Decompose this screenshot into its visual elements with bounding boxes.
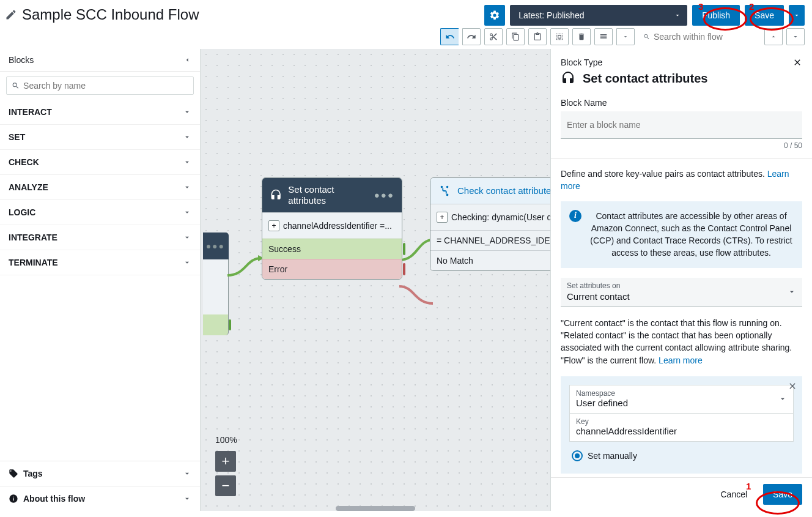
category-set[interactable]: SET	[0, 125, 200, 150]
outcome-error[interactable]: Error	[262, 259, 402, 279]
set-attributes-on-select[interactable]: Set attributes on Current contact	[561, 278, 802, 307]
check-contact-attributes-node[interactable]: Check contact attributes +Checking: dyna…	[430, 177, 550, 271]
zoom-out-button[interactable]: −	[215, 475, 236, 496]
canvas[interactable]: ●●● Set contact attributes ●●● +channelA…	[201, 49, 550, 511]
search-next-button[interactable]	[786, 28, 805, 45]
info-icon: i	[569, 210, 581, 222]
panel-save-button[interactable]: Save	[763, 484, 802, 505]
cut-button[interactable]	[484, 28, 503, 45]
headset-icon	[270, 188, 282, 202]
block-type-label: Block Type	[561, 58, 602, 67]
expand-icon[interactable]: +	[437, 212, 448, 223]
block-name-input[interactable]	[561, 111, 802, 139]
category-terminate[interactable]: TERMINATE	[0, 250, 200, 275]
page-title: Sample SCC Inbound Flow	[22, 5, 199, 24]
zoom-in-button[interactable]: +	[215, 451, 236, 472]
canvas-scrollbar[interactable]	[336, 506, 415, 511]
delete-button[interactable]	[572, 28, 591, 45]
category-interact[interactable]: INTERACT	[0, 100, 200, 125]
version-value: Latest: Published	[519, 10, 584, 20]
version-dropdown[interactable]: Latest: Published	[510, 5, 687, 26]
node-more-icon[interactable]: ●●●	[374, 190, 394, 201]
attribute-card: Namespace User defined Key channelAddres…	[561, 376, 802, 474]
key-input[interactable]: Key channelAddressIdentifier	[570, 414, 793, 441]
copy-button[interactable]	[506, 28, 525, 45]
edit-icon[interactable]	[5, 9, 17, 21]
info-icon	[9, 494, 18, 504]
category-integrate[interactable]: INTEGRATE	[0, 225, 200, 250]
tag-icon	[9, 469, 18, 478]
char-counter: 0 / 50	[561, 141, 802, 150]
info-alert: i Contact attributes are accessible by o…	[561, 201, 802, 268]
annotations-button[interactable]	[594, 28, 613, 45]
settings-button[interactable]	[484, 5, 505, 26]
category-logic[interactable]: LOGIC	[0, 200, 200, 225]
category-check[interactable]: CHECK	[0, 150, 200, 175]
cancel-button[interactable]: Cancel	[711, 484, 757, 505]
sidebar-header: Blocks	[0, 49, 200, 72]
tags-section[interactable]: Tags	[0, 461, 200, 486]
outcome-nomatch[interactable]: No Match	[430, 250, 550, 270]
namespace-select[interactable]: Namespace User defined	[570, 385, 793, 414]
zoom-level: 100%	[215, 435, 237, 445]
more-icon[interactable]: ●●●	[206, 241, 225, 251]
panel-description: Define and store key-value pairs as cont…	[561, 168, 802, 193]
select-all-button[interactable]	[550, 28, 569, 45]
sidebar-search[interactable]	[6, 76, 194, 95]
about-flow-section[interactable]: About this flow	[0, 486, 200, 511]
set-contact-attributes-node[interactable]: Set contact attributes ●●● +channelAddre…	[262, 177, 402, 280]
partial-upstream-node[interactable]: ●●●	[203, 232, 229, 343]
redo-button[interactable]	[462, 28, 481, 45]
search-flow-input[interactable]	[654, 32, 761, 42]
sidebar-search-input[interactable]	[23, 81, 188, 91]
close-panel-icon[interactable]	[792, 58, 802, 67]
outcome-success[interactable]: Success	[262, 239, 402, 259]
search-icon	[12, 81, 20, 90]
collapse-sidebar-icon[interactable]	[183, 56, 191, 64]
search-icon	[643, 32, 650, 42]
paste-button[interactable]	[528, 28, 547, 45]
search-prev-button[interactable]	[764, 28, 783, 45]
annotations-toggle[interactable]	[616, 28, 635, 45]
headset-icon	[561, 71, 575, 86]
set-manually-radio[interactable]: Set manually	[569, 450, 794, 461]
panel-title: Set contact attributes	[583, 72, 707, 86]
branch-icon	[438, 184, 451, 198]
block-name-label: Block Name	[561, 98, 802, 108]
context-description: "Current contact" is the contact that th…	[561, 317, 802, 366]
category-analyze[interactable]: ANALYZE	[0, 175, 200, 200]
learn-more-link[interactable]: Learn more	[659, 355, 703, 365]
outcome-branch1[interactable]: = CHANNEL_ADDRESS_IDE	[430, 230, 550, 250]
publish-button[interactable]: Publish	[692, 5, 740, 26]
expand-icon[interactable]: +	[268, 220, 279, 231]
save-split-button[interactable]	[789, 5, 805, 26]
save-button[interactable]: Save	[745, 5, 784, 26]
undo-button[interactable]	[440, 28, 459, 45]
